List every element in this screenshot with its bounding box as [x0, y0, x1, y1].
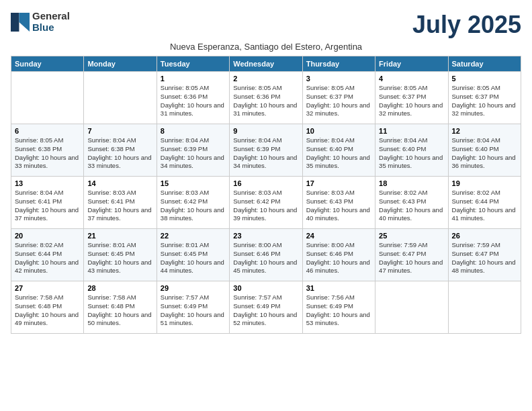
day-info: Sunrise: 7:59 AM Sunset: 6:47 PM Dayligh… [452, 241, 517, 275]
day-header-friday: Friday [375, 56, 448, 72]
header: General Blue July 2025 [11, 11, 521, 39]
day-info: Sunrise: 8:05 AM Sunset: 6:37 PM Dayligh… [306, 84, 371, 118]
calendar-cell: 28Sunrise: 7:58 AM Sunset: 6:48 PM Dayli… [84, 281, 157, 334]
day-info: Sunrise: 8:04 AM Sunset: 6:40 PM Dayligh… [452, 136, 517, 171]
calendar-cell: 21Sunrise: 8:01 AM Sunset: 6:45 PM Dayli… [84, 229, 157, 281]
month-title: July 2025 [412, 11, 521, 39]
calendar-cell: 6Sunrise: 8:05 AM Sunset: 6:38 PM Daylig… [11, 124, 84, 177]
day-info: Sunrise: 8:04 AM Sunset: 6:41 PM Dayligh… [15, 189, 80, 223]
calendar-cell: 12Sunrise: 8:04 AM Sunset: 6:40 PM Dayli… [448, 124, 521, 177]
day-number: 12 [452, 127, 517, 135]
calendar-cell: 13Sunrise: 8:04 AM Sunset: 6:41 PM Dayli… [11, 177, 84, 229]
calendar-cell [84, 72, 157, 124]
day-number: 5 [452, 75, 517, 83]
calendar-cell: 18Sunrise: 8:02 AM Sunset: 6:43 PM Dayli… [375, 177, 448, 229]
calendar-cell: 27Sunrise: 7:58 AM Sunset: 6:48 PM Dayli… [11, 281, 84, 334]
logo-blue-text: Blue [32, 22, 70, 34]
day-number: 19 [452, 179, 517, 187]
calendar-cell [11, 72, 84, 124]
day-info: Sunrise: 8:05 AM Sunset: 6:37 PM Dayligh… [379, 84, 444, 118]
calendar-week-2: 6Sunrise: 8:05 AM Sunset: 6:38 PM Daylig… [11, 124, 521, 177]
day-number: 8 [161, 127, 226, 135]
day-info: Sunrise: 8:03 AM Sunset: 6:42 PM Dayligh… [161, 189, 226, 223]
calendar-cell: 5Sunrise: 8:05 AM Sunset: 6:37 PM Daylig… [448, 72, 521, 124]
subtitle: Nueva Esperanza, Santiago del Estero, Ar… [11, 42, 521, 52]
logo-icon [11, 13, 30, 32]
day-info: Sunrise: 8:04 AM Sunset: 6:39 PM Dayligh… [233, 136, 298, 171]
day-number: 27 [15, 284, 80, 292]
day-number: 28 [87, 284, 152, 292]
calendar-cell: 8Sunrise: 8:04 AM Sunset: 6:39 PM Daylig… [157, 124, 229, 177]
day-number: 29 [161, 284, 226, 292]
day-header-sunday: Sunday [11, 56, 84, 72]
day-number: 11 [379, 127, 444, 135]
day-number: 22 [161, 232, 226, 240]
day-number: 16 [233, 179, 298, 187]
calendar-cell: 19Sunrise: 8:02 AM Sunset: 6:44 PM Dayli… [448, 177, 521, 229]
day-info: Sunrise: 7:56 AM Sunset: 6:49 PM Dayligh… [306, 293, 371, 328]
day-info: Sunrise: 8:00 AM Sunset: 6:46 PM Dayligh… [233, 241, 298, 275]
day-header-tuesday: Tuesday [157, 56, 229, 72]
svg-rect-0 [11, 13, 19, 32]
day-info: Sunrise: 8:03 AM Sunset: 6:43 PM Dayligh… [306, 189, 371, 223]
svg-rect-1 [19, 13, 30, 22]
logo: General Blue [11, 11, 70, 33]
day-number: 9 [233, 127, 298, 135]
day-info: Sunrise: 8:05 AM Sunset: 6:36 PM Dayligh… [161, 84, 226, 118]
day-number: 26 [452, 232, 517, 240]
day-info: Sunrise: 8:04 AM Sunset: 6:39 PM Dayligh… [161, 136, 226, 171]
day-info: Sunrise: 7:58 AM Sunset: 6:48 PM Dayligh… [87, 293, 152, 328]
day-info: Sunrise: 7:57 AM Sunset: 6:49 PM Dayligh… [161, 293, 226, 328]
day-number: 10 [306, 127, 371, 135]
day-number: 25 [379, 232, 444, 240]
day-number: 15 [161, 179, 226, 187]
day-number: 20 [15, 232, 80, 240]
day-header-saturday: Saturday [448, 56, 521, 72]
day-info: Sunrise: 7:57 AM Sunset: 6:49 PM Dayligh… [233, 293, 298, 328]
calendar-week-3: 13Sunrise: 8:04 AM Sunset: 6:41 PM Dayli… [11, 177, 521, 229]
calendar-cell: 31Sunrise: 7:56 AM Sunset: 6:49 PM Dayli… [302, 281, 375, 334]
calendar-cell: 7Sunrise: 8:04 AM Sunset: 6:38 PM Daylig… [84, 124, 157, 177]
svg-marker-2 [19, 22, 30, 32]
day-info: Sunrise: 8:01 AM Sunset: 6:45 PM Dayligh… [161, 241, 226, 275]
calendar-cell: 23Sunrise: 8:00 AM Sunset: 6:46 PM Dayli… [230, 229, 302, 281]
day-info: Sunrise: 7:59 AM Sunset: 6:47 PM Dayligh… [379, 241, 444, 275]
calendar-cell [375, 281, 448, 334]
calendar-cell: 20Sunrise: 8:02 AM Sunset: 6:44 PM Dayli… [11, 229, 84, 281]
calendar-cell: 11Sunrise: 8:04 AM Sunset: 6:40 PM Dayli… [375, 124, 448, 177]
calendar-cell: 9Sunrise: 8:04 AM Sunset: 6:39 PM Daylig… [230, 124, 302, 177]
day-info: Sunrise: 8:05 AM Sunset: 6:36 PM Dayligh… [233, 84, 298, 118]
calendar-cell: 30Sunrise: 7:57 AM Sunset: 6:49 PM Dayli… [230, 281, 302, 334]
calendar-cell: 17Sunrise: 8:03 AM Sunset: 6:43 PM Dayli… [302, 177, 375, 229]
calendar-week-4: 20Sunrise: 8:02 AM Sunset: 6:44 PM Dayli… [11, 229, 521, 281]
day-number: 2 [233, 75, 298, 83]
calendar-cell: 25Sunrise: 7:59 AM Sunset: 6:47 PM Dayli… [375, 229, 448, 281]
logo-general-text: General [32, 11, 70, 22]
calendar-cell: 10Sunrise: 8:04 AM Sunset: 6:40 PM Dayli… [302, 124, 375, 177]
day-number: 30 [233, 284, 298, 292]
day-info: Sunrise: 7:58 AM Sunset: 6:48 PM Dayligh… [15, 293, 80, 328]
day-number: 7 [87, 127, 152, 135]
calendar-cell: 29Sunrise: 7:57 AM Sunset: 6:49 PM Dayli… [157, 281, 229, 334]
day-number: 23 [233, 232, 298, 240]
day-number: 4 [379, 75, 444, 83]
calendar-cell: 22Sunrise: 8:01 AM Sunset: 6:45 PM Dayli… [157, 229, 229, 281]
calendar-week-1: 1Sunrise: 8:05 AM Sunset: 6:36 PM Daylig… [11, 72, 521, 124]
day-info: Sunrise: 8:00 AM Sunset: 6:46 PM Dayligh… [306, 241, 371, 275]
day-info: Sunrise: 8:02 AM Sunset: 6:43 PM Dayligh… [379, 189, 444, 223]
calendar-table: SundayMondayTuesdayWednesdayThursdayFrid… [11, 56, 521, 334]
calendar-cell: 2Sunrise: 8:05 AM Sunset: 6:36 PM Daylig… [230, 72, 302, 124]
day-number: 24 [306, 232, 371, 240]
day-info: Sunrise: 8:04 AM Sunset: 6:38 PM Dayligh… [87, 136, 152, 171]
day-number: 21 [87, 232, 152, 240]
day-info: Sunrise: 8:02 AM Sunset: 6:44 PM Dayligh… [15, 241, 80, 275]
day-number: 1 [161, 75, 226, 83]
day-info: Sunrise: 8:03 AM Sunset: 6:41 PM Dayligh… [87, 189, 152, 223]
calendar-cell: 4Sunrise: 8:05 AM Sunset: 6:37 PM Daylig… [375, 72, 448, 124]
calendar-cell: 24Sunrise: 8:00 AM Sunset: 6:46 PM Dayli… [302, 229, 375, 281]
day-info: Sunrise: 8:02 AM Sunset: 6:44 PM Dayligh… [452, 189, 517, 223]
day-number: 14 [87, 179, 152, 187]
day-header-monday: Monday [84, 56, 157, 72]
day-number: 13 [15, 179, 80, 187]
calendar-cell: 16Sunrise: 8:03 AM Sunset: 6:42 PM Dayli… [230, 177, 302, 229]
